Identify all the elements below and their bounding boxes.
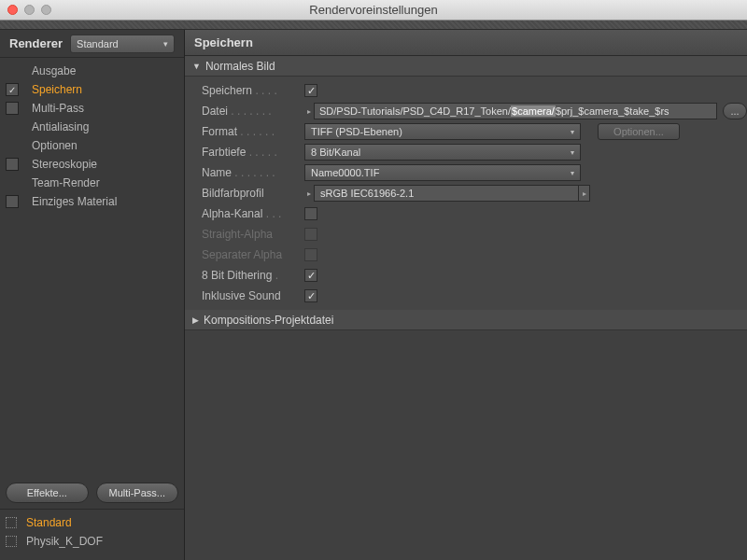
sidebar-item[interactable]: Einziges Material bbox=[0, 192, 184, 211]
sidebar-item[interactable]: Multi-Pass bbox=[0, 99, 184, 118]
alpha-checkbox[interactable] bbox=[304, 207, 317, 220]
sidebar-checkbox[interactable] bbox=[6, 195, 19, 208]
sidebar-checkbox[interactable] bbox=[6, 158, 19, 171]
alpha-label: Alpha-Kanal bbox=[202, 207, 262, 220]
preset-label: Physik_K_DOF bbox=[26, 535, 103, 548]
sound-label: Inklusive Sound bbox=[202, 289, 281, 302]
renderer-label: Renderer bbox=[9, 36, 63, 50]
save-checkbox[interactable]: ✓ bbox=[304, 84, 317, 97]
straight-alpha-label: Straight-Alpha bbox=[202, 228, 273, 241]
format-dropdown[interactable]: TIFF (PSD-Ebenen)▾ bbox=[304, 123, 581, 140]
sidebar-buttons: Effekte... Multi-Pass... bbox=[0, 477, 184, 509]
group-normal-image: ▼ Normales Bild Speichern . . . . ✓ Date… bbox=[185, 56, 747, 310]
save-label: Speichern bbox=[202, 84, 252, 97]
menubar-strip bbox=[0, 21, 747, 30]
file-label: Datei bbox=[202, 105, 228, 118]
profile-label: Bildfarbprofil bbox=[202, 187, 264, 200]
disclosure-right-icon: ▶ bbox=[192, 315, 199, 325]
separate-alpha-checkbox bbox=[304, 248, 317, 261]
sidebar-checkbox[interactable]: ✓ bbox=[6, 83, 19, 96]
chevron-down-icon: ▾ bbox=[571, 148, 574, 157]
chevron-right-icon: ▸ bbox=[304, 107, 314, 116]
sidebar-item[interactable]: Optionen bbox=[0, 136, 184, 155]
sidebar-item[interactable]: Stereoskopie bbox=[0, 155, 184, 174]
preset-list: StandardPhysik_K_DOF bbox=[0, 509, 184, 560]
depth-label: Farbtiefe bbox=[202, 146, 246, 159]
titlebar: Rendervoreinstellungen bbox=[0, 0, 747, 21]
chevron-right-icon: ▸ bbox=[304, 189, 314, 198]
preset-item[interactable]: Physik_K_DOF bbox=[0, 532, 184, 551]
sidebar-item-label: Antialiasing bbox=[32, 120, 89, 133]
straight-alpha-checkbox bbox=[304, 228, 317, 241]
file-path-input[interactable]: SD/PSD-Tutorials/PSD_C4D_R17_Token/$came… bbox=[314, 103, 717, 119]
content-panel: Speichern ▼ Normales Bild Speichern . . … bbox=[185, 30, 747, 560]
sidebar-item-label: Multi-Pass bbox=[32, 102, 84, 115]
group-composition-header[interactable]: ▶ Kompositions-Projektdatei bbox=[185, 310, 747, 330]
group-header[interactable]: ▼ Normales Bild bbox=[185, 56, 747, 77]
section-title: Speichern bbox=[185, 30, 747, 56]
sound-checkbox[interactable]: ✓ bbox=[304, 289, 317, 302]
dithering-label: 8 Bit Dithering bbox=[202, 269, 272, 282]
name-dropdown[interactable]: Name0000.TIF▾ bbox=[304, 164, 581, 181]
preset-icon bbox=[6, 517, 17, 528]
sidebar-item[interactable]: Team-Render bbox=[0, 174, 184, 192]
sidebar-item-label: Speichern bbox=[32, 83, 82, 96]
renderer-dropdown[interactable]: Standard ▾ bbox=[70, 35, 175, 53]
chevron-down-icon: ▾ bbox=[571, 128, 574, 136]
sidebar-item[interactable]: ✓Speichern bbox=[0, 80, 184, 99]
sidebar-item-label: Team-Render bbox=[32, 176, 100, 189]
sidebar-item-label: Optionen bbox=[32, 139, 78, 152]
multipass-button[interactable]: Multi-Pass... bbox=[96, 483, 179, 503]
chevron-down-icon: ▾ bbox=[163, 39, 168, 49]
file-browse-button[interactable]: ... bbox=[723, 103, 747, 119]
sidebar-item-label: Stereoskopie bbox=[32, 158, 97, 171]
window-title: Rendervoreinstellungen bbox=[0, 3, 747, 17]
options-button[interactable]: Optionen... bbox=[598, 123, 680, 140]
renderer-row: Renderer Standard ▾ bbox=[0, 30, 184, 58]
sidebar-checkbox[interactable] bbox=[6, 139, 19, 152]
sidebar-checkbox[interactable] bbox=[6, 64, 19, 77]
depth-dropdown[interactable]: 8 Bit/Kanal▾ bbox=[304, 144, 581, 161]
sidebar-checkbox[interactable] bbox=[6, 176, 19, 189]
preset-item[interactable]: Standard bbox=[0, 513, 184, 532]
disclosure-down-icon: ▼ bbox=[192, 62, 201, 71]
sidebar-item-label: Einziges Material bbox=[32, 195, 117, 208]
format-label: Format bbox=[202, 125, 237, 138]
sidebar-item[interactable]: Ausgabe bbox=[0, 62, 184, 80]
name-label: Name bbox=[202, 166, 232, 179]
sidebar-item-label: Ausgabe bbox=[32, 64, 76, 77]
profile-menu-button[interactable]: ▸ bbox=[579, 185, 590, 202]
sidebar-checkbox[interactable] bbox=[6, 120, 19, 133]
nav-list: Ausgabe✓SpeichernMulti-PassAntialiasingO… bbox=[0, 58, 184, 215]
sidebar: Renderer Standard ▾ Ausgabe✓SpeichernMul… bbox=[0, 30, 185, 560]
effects-button[interactable]: Effekte... bbox=[6, 483, 89, 503]
sidebar-checkbox[interactable] bbox=[6, 102, 19, 115]
chevron-down-icon: ▾ bbox=[571, 169, 574, 177]
preset-icon bbox=[6, 536, 17, 547]
preset-label: Standard bbox=[26, 516, 72, 529]
separate-alpha-label: Separater Alpha bbox=[202, 248, 282, 261]
renderer-value: Standard bbox=[77, 38, 119, 49]
dithering-checkbox[interactable]: ✓ bbox=[304, 269, 317, 282]
color-profile-field[interactable]: sRGB IEC61966-2.1 bbox=[314, 185, 579, 202]
sidebar-item[interactable]: Antialiasing bbox=[0, 118, 184, 136]
